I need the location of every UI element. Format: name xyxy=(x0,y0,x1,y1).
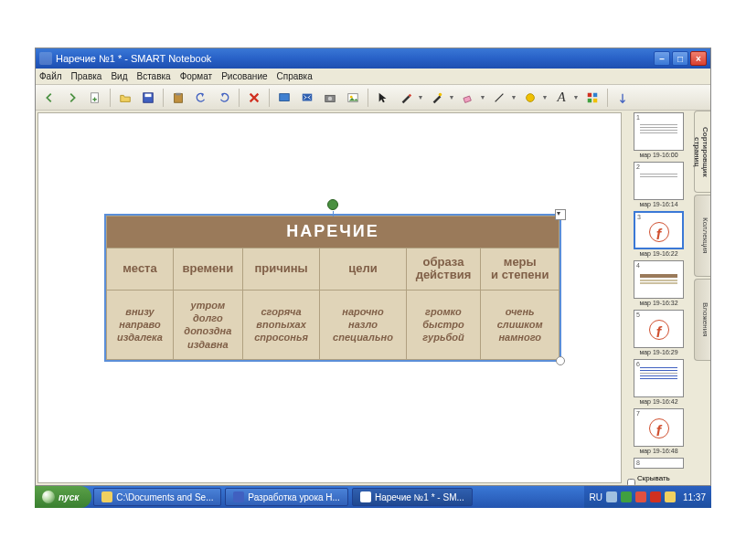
creative-pen-dropdown[interactable]: ▼ xyxy=(448,94,455,100)
open-button[interactable] xyxy=(115,88,135,108)
capture-button[interactable] xyxy=(320,88,340,108)
side-panel: 1мар 19-16:00 2мар 19-16:14 3fмар 19-16:… xyxy=(623,111,710,485)
prev-page-button[interactable] xyxy=(39,88,59,108)
tray-icon[interactable] xyxy=(650,491,661,502)
window-title: Наречие №1 * - SMART Notebook xyxy=(56,53,654,64)
menu-insert[interactable]: Вставка xyxy=(136,71,170,81)
insert-image-button[interactable] xyxy=(343,88,363,108)
svg-rect-6 xyxy=(303,93,313,100)
menu-edit[interactable]: Правка xyxy=(71,71,102,81)
table-cell: громкобыстрогурьбой xyxy=(406,290,481,359)
tray-icon[interactable] xyxy=(621,491,632,502)
language-indicator[interactable]: RU xyxy=(590,492,602,502)
eraser-tool[interactable] xyxy=(458,88,478,108)
shape-tool[interactable] xyxy=(520,88,540,108)
svg-rect-2 xyxy=(145,93,152,97)
volume-icon[interactable] xyxy=(606,491,617,502)
word-icon xyxy=(233,491,244,502)
creative-pen-tool[interactable] xyxy=(427,88,447,108)
page-thumbnail[interactable]: 7f xyxy=(634,408,684,447)
taskbar-item-active[interactable]: Наречие №1 * - SM... xyxy=(352,488,473,506)
svg-rect-12 xyxy=(464,96,471,102)
move-toolbar-button[interactable] xyxy=(613,88,633,108)
line-tool[interactable] xyxy=(489,88,509,108)
select-tool[interactable] xyxy=(373,88,393,108)
svg-rect-17 xyxy=(588,98,591,101)
tab-page-sorter[interactable]: Сортировщик страниц xyxy=(694,111,710,193)
screen-shade-button[interactable] xyxy=(274,88,294,108)
line-dropdown[interactable]: ▼ xyxy=(510,94,517,100)
redo-button[interactable] xyxy=(214,88,234,108)
svg-rect-4 xyxy=(176,92,180,95)
close-button[interactable]: × xyxy=(690,51,707,66)
taskbar: пуск C:\Documents and Se... Разработка у… xyxy=(35,486,711,508)
page-thumbnail-current[interactable]: 3f xyxy=(634,211,684,249)
resize-handle[interactable] xyxy=(556,356,565,365)
side-tabs: Сортировщик страниц Коллекция Вложения xyxy=(694,111,710,485)
svg-rect-15 xyxy=(588,92,591,96)
pen-dropdown[interactable]: ▼ xyxy=(417,94,424,100)
maximize-button[interactable]: □ xyxy=(672,51,688,66)
page-thumbnail[interactable]: 5f xyxy=(634,310,684,348)
thumb-label: мар 19-16:00 xyxy=(625,152,692,158)
text-tool[interactable]: A xyxy=(551,88,571,108)
hide-auto-checkbox[interactable]: Скрывать автомат xyxy=(625,472,692,485)
page-sorter: 1мар 19-16:00 2мар 19-16:14 3fмар 19-16:… xyxy=(623,111,694,485)
taskbar-item[interactable]: Разработка урока Н... xyxy=(225,488,348,506)
taskbar-item[interactable]: C:\Documents and Se... xyxy=(93,488,221,506)
add-page-button[interactable] xyxy=(85,88,105,108)
fullscreen-button[interactable] xyxy=(297,88,317,108)
page-thumbnail[interactable]: 6 xyxy=(634,359,684,397)
object-menu-handle[interactable] xyxy=(555,209,566,220)
table-header: причины xyxy=(242,248,320,290)
page-thumbnail[interactable]: 2 xyxy=(634,162,684,200)
menu-format[interactable]: Формат xyxy=(180,71,213,81)
color-tool[interactable] xyxy=(582,88,602,108)
thumb-label: мар 19-16:48 xyxy=(625,448,692,454)
menubar: Файл Правка Вид Вставка Формат Рисование… xyxy=(36,69,710,85)
page-canvas[interactable]: НАРЕЧИЕ места времени причины цели образ… xyxy=(37,112,622,483)
adverb-table: НАРЕЧИЕ места времени причины цели образ… xyxy=(106,216,560,360)
tray-icon[interactable] xyxy=(665,491,676,502)
page-thumbnail[interactable]: 1 xyxy=(634,112,684,151)
folder-icon xyxy=(101,491,112,502)
table-title: НАРЕЧИЕ xyxy=(107,217,560,248)
titlebar: Наречие №1 * - SMART Notebook – □ × xyxy=(36,48,710,69)
tab-attachments[interactable]: Вложения xyxy=(694,279,710,361)
workarea: НАРЕЧИЕ места времени причины цели образ… xyxy=(36,111,710,485)
page-thumbnail[interactable]: 8 xyxy=(634,458,684,469)
table-header: образадействия xyxy=(406,248,481,290)
text-dropdown[interactable]: ▼ xyxy=(572,94,580,100)
menu-file[interactable]: Файл xyxy=(39,71,62,81)
pen-tool[interactable] xyxy=(396,88,416,108)
thumb-label: мар 19-16:22 xyxy=(625,250,692,257)
rotate-handle[interactable] xyxy=(327,199,338,210)
save-button[interactable] xyxy=(138,88,158,108)
undo-button[interactable] xyxy=(191,88,211,108)
eraser-dropdown[interactable]: ▼ xyxy=(479,94,486,100)
clock[interactable]: 11:37 xyxy=(679,492,706,502)
svg-point-11 xyxy=(439,92,442,96)
menu-view[interactable]: Вид xyxy=(111,71,127,81)
minimize-button[interactable]: – xyxy=(654,51,670,66)
svg-point-14 xyxy=(527,93,535,101)
delete-button[interactable] xyxy=(244,88,264,108)
paste-button[interactable] xyxy=(168,88,188,108)
table-cell: утромдолгодопозднаиздавна xyxy=(173,290,242,359)
table-cell: нарочноназлоспециально xyxy=(320,290,406,359)
svg-point-8 xyxy=(328,96,332,100)
shape-dropdown[interactable]: ▼ xyxy=(541,94,549,100)
table-cell: оченьслишкомнамного xyxy=(481,290,560,359)
menu-help[interactable]: Справка xyxy=(277,71,313,81)
selected-object-frame[interactable]: НАРЕЧИЕ места времени причины цели образ… xyxy=(104,214,561,362)
page-thumbnail[interactable]: 4 xyxy=(634,260,684,299)
table-cell: сгорячавпопыхахспросонья xyxy=(242,290,320,359)
next-page-button[interactable] xyxy=(62,88,82,108)
tab-collection[interactable]: Коллекция xyxy=(694,195,710,277)
menu-draw[interactable]: Рисование xyxy=(221,71,267,81)
notebook-icon xyxy=(360,491,371,502)
start-button[interactable]: пуск xyxy=(35,486,91,508)
svg-line-13 xyxy=(496,93,504,101)
tray-icon[interactable] xyxy=(635,491,646,502)
thumb-label: мар 19-16:42 xyxy=(625,398,692,405)
